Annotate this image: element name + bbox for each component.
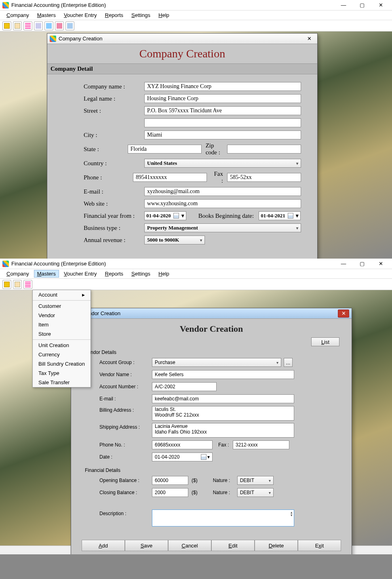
dialog-titlebar: Company Creation ✕ bbox=[47, 34, 317, 44]
menuitem-vendor[interactable]: Vendor bbox=[33, 311, 91, 320]
label-vendor-email: E-mail : bbox=[99, 396, 152, 402]
city-input[interactable] bbox=[144, 131, 301, 139]
list-button[interactable]: List bbox=[311, 337, 339, 346]
toolbar-grid[interactable] bbox=[23, 21, 32, 30]
vendor-cancel-button[interactable]: Cancel bbox=[168, 540, 211, 551]
label-state: State : bbox=[84, 146, 128, 153]
menu-reports[interactable]: Reports bbox=[102, 11, 127, 19]
opening-nature-select[interactable]: DEBIT▾ bbox=[237, 476, 274, 485]
section-vendor-details: Vendor Details bbox=[71, 346, 352, 358]
website-input[interactable] bbox=[144, 199, 301, 208]
menu-reports[interactable]: Reports bbox=[102, 270, 127, 278]
maximize-button[interactable]: ▢ bbox=[353, 0, 371, 10]
street-input[interactable] bbox=[144, 106, 301, 115]
street2-input[interactable] bbox=[144, 118, 301, 127]
menuitem-tax-type[interactable]: Tax Type bbox=[33, 368, 91, 378]
menu-masters[interactable]: Masters bbox=[34, 11, 59, 19]
label-open-nature: Nature : bbox=[213, 478, 237, 483]
toolbar-form[interactable] bbox=[44, 21, 53, 30]
main-titlebar-2: Financial Accounting (Enterprise Edition… bbox=[0, 259, 392, 269]
revenue-select[interactable]: 5000 to 9000K▾ bbox=[144, 236, 205, 244]
delete-button[interactable]: Delete bbox=[255, 540, 298, 551]
email-input[interactable] bbox=[144, 187, 301, 196]
vendor-creation-dialog: Vendor Creation ✕ Vendor Creation List V… bbox=[71, 308, 352, 554]
label-close-bal: Closing Balance : bbox=[99, 490, 152, 495]
menubar-2: Company Masters Voucher Entry Reports Se… bbox=[0, 269, 392, 279]
description-input[interactable] bbox=[152, 510, 294, 526]
vendor-phone-input[interactable] bbox=[152, 440, 213, 449]
menu-company[interactable]: Company bbox=[3, 11, 32, 19]
vendor-email-input[interactable] bbox=[152, 394, 294, 403]
company-name-input[interactable] bbox=[144, 82, 301, 91]
label-description: Description : bbox=[99, 510, 152, 516]
account-group-more-button[interactable]: ... bbox=[284, 358, 293, 367]
business-type-select[interactable]: Property Management▾ bbox=[144, 223, 301, 232]
billing-address-input[interactable] bbox=[152, 406, 294, 421]
closing-nature-select[interactable]: DEBIT▾ bbox=[237, 488, 274, 497]
menuitem-sale-transfer[interactable]: Sale Transfer bbox=[33, 378, 91, 387]
legal-name-input[interactable] bbox=[144, 94, 301, 103]
exit-button[interactable]: Exit bbox=[298, 540, 341, 551]
toolbar-layout[interactable] bbox=[65, 21, 74, 30]
menu-masters[interactable]: Masters bbox=[34, 270, 59, 278]
label-btype: Business type : bbox=[84, 225, 144, 232]
textarea-scroll[interactable]: ▴▾ bbox=[291, 511, 293, 517]
menuitem-customer[interactable]: Customer bbox=[33, 301, 91, 311]
closing-balance-input[interactable] bbox=[152, 488, 188, 497]
fax-input[interactable] bbox=[227, 173, 301, 182]
menuitem-bill-sundry[interactable]: Bill Sundry Creation bbox=[33, 359, 91, 368]
opening-balance-input[interactable] bbox=[152, 476, 188, 485]
zip-input[interactable] bbox=[227, 145, 301, 154]
section-financial-details: Financial Details bbox=[71, 464, 352, 476]
currency-label: ($) bbox=[188, 478, 201, 483]
save-button[interactable]: Save bbox=[125, 540, 168, 551]
menu-company[interactable]: Company bbox=[3, 270, 32, 278]
fy-from-date[interactable]: 01-04-2020▾ bbox=[144, 211, 186, 220]
menu-help[interactable]: Help bbox=[155, 270, 173, 278]
currency-label: ($) bbox=[188, 490, 201, 495]
minimize-button[interactable]: — bbox=[335, 259, 352, 269]
label-vendor-name: Vendor Name : bbox=[99, 372, 152, 377]
section-company-detail: Company Detail bbox=[47, 64, 317, 74]
toolbar-table[interactable] bbox=[34, 21, 43, 30]
menu-settings[interactable]: Settings bbox=[128, 270, 154, 278]
menu-voucher[interactable]: Voucher Entry bbox=[61, 270, 100, 278]
edit-button[interactable]: Edit bbox=[211, 540, 255, 551]
label-vendor-fax: Fax : bbox=[213, 442, 233, 448]
close-button[interactable]: ✕ bbox=[372, 0, 390, 10]
toolbar-grid[interactable] bbox=[23, 280, 32, 289]
menuitem-store[interactable]: Store bbox=[33, 329, 91, 339]
menu-settings[interactable]: Settings bbox=[128, 11, 154, 19]
phone-input[interactable] bbox=[133, 173, 207, 182]
label-open-bal: Opening Balance : bbox=[99, 478, 152, 483]
account-group-select[interactable]: Purchase▾ bbox=[152, 358, 281, 367]
toolbar-folder[interactable] bbox=[2, 21, 11, 30]
close-button[interactable]: ✕ bbox=[372, 259, 390, 269]
country-select[interactable]: United States▾ bbox=[144, 159, 301, 168]
menuitem-account[interactable]: Account▶ bbox=[33, 290, 91, 299]
toolbar-book[interactable] bbox=[55, 21, 64, 30]
menu-help[interactable]: Help bbox=[155, 11, 173, 19]
menu-voucher[interactable]: Voucher Entry bbox=[61, 11, 100, 19]
menuitem-currency[interactable]: Currency bbox=[33, 350, 91, 359]
toolbar-edit[interactable] bbox=[13, 21, 22, 30]
account-number-input[interactable] bbox=[152, 382, 217, 391]
shipping-address-input[interactable] bbox=[152, 423, 294, 438]
add-button[interactable]: Add bbox=[82, 540, 125, 551]
label-phone: Phone : bbox=[84, 174, 133, 181]
vendor-fax-input[interactable] bbox=[233, 440, 289, 449]
label-fax: Fax : bbox=[207, 171, 227, 184]
vendor-date-input[interactable]: 01-04-2020▾ bbox=[152, 453, 213, 461]
maximize-button[interactable]: ▢ bbox=[353, 259, 371, 269]
vendor-name-input[interactable] bbox=[152, 370, 294, 379]
dialog-close-button[interactable]: ✕ bbox=[303, 35, 315, 43]
vendor-close-button[interactable]: ✕ bbox=[338, 310, 349, 318]
label-ship-addr: Shipping Address : bbox=[99, 423, 152, 430]
toolbar-folder[interactable] bbox=[2, 280, 11, 289]
menuitem-item[interactable]: Item bbox=[33, 320, 91, 329]
minimize-button[interactable]: — bbox=[335, 0, 352, 10]
menuitem-unit-creation[interactable]: Unit Creation bbox=[33, 341, 91, 350]
books-date[interactable]: 01-04-2021▾ bbox=[259, 211, 301, 220]
toolbar-edit[interactable] bbox=[13, 280, 22, 289]
state-input[interactable] bbox=[128, 145, 202, 154]
